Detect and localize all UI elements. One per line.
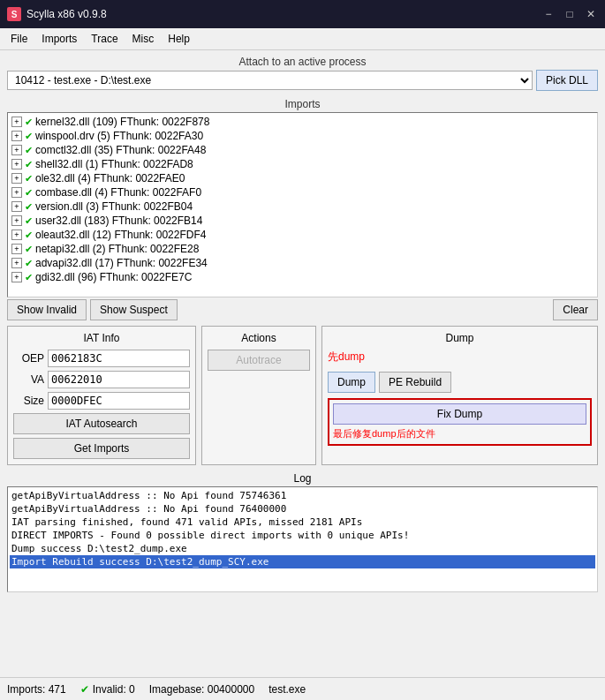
log-line: DIRECT IMPORTS - Found 0 possible direct… [10,529,595,542]
fix-dump-button[interactable]: Fix Dump [333,403,586,425]
expand-icon[interactable]: + [11,201,22,212]
expand-icon[interactable]: + [11,215,22,226]
expand-icon[interactable]: + [11,131,22,141]
expand-icon[interactable]: + [11,187,22,198]
oep-row: OEP [13,350,190,367]
size-input[interactable] [48,392,190,410]
iat-title: IAT Info [13,332,190,344]
window-controls: − □ ✕ [541,7,598,21]
expand-icon[interactable]: + [11,159,22,169]
imports-section: Imports +✔kernel32.dll (109) FThunk: 002… [7,98,598,320]
check-icon: ✔ [25,272,33,283]
iat-autosearch-button[interactable]: IAT Autosearch [13,413,190,434]
status-imports-text: Imports: 471 [7,683,66,696]
dump-panel: Dump 先dump Dump PE Rebuild Fix Dump 最后修复… [321,326,598,465]
expand-icon[interactable]: + [11,272,22,282]
log-line: getApiByVirtualAddress :: No Api found 7… [10,502,595,516]
status-filename: test.exe [268,683,306,696]
menu-imports[interactable]: Imports [34,30,84,48]
expand-icon[interactable]: + [11,117,22,127]
process-select[interactable]: 10412 - test.exe - D:\test.exe [7,71,533,90]
status-filename-text: test.exe [268,683,306,696]
get-imports-button[interactable]: Get Imports [13,438,190,459]
log-line: getApiByVirtualAddress :: No Api found 7… [10,489,595,502]
va-input[interactable] [48,371,190,388]
check-icon: ✔ [25,117,33,128]
clear-button[interactable]: Clear [553,299,598,320]
maximize-button[interactable]: □ [563,7,577,21]
check-icon: ✔ [25,131,33,142]
menu-help[interactable]: Help [161,30,197,48]
autotrace-button[interactable]: Autotrace [208,350,310,371]
minimize-button[interactable]: − [541,7,556,21]
status-check-icon: ✔ [80,683,89,696]
status-invalid: ✔ Invalid: 0 [80,683,135,696]
imports-label: Imports [7,98,598,110]
oep-label: OEP [13,352,44,365]
expand-icon[interactable]: + [11,244,22,254]
iat-panel: IAT Info OEP VA Size IAT Autosearch Get … [7,326,196,465]
main-content: Attach to an active process 10412 - test… [0,50,605,598]
log-box[interactable]: getApiByVirtualAddress :: No Api found 7… [7,486,598,592]
list-item: +✔combase.dll (4) FThunk: 0022FAF0 [10,185,595,199]
check-icon: ✔ [25,187,33,199]
list-item: +✔netapi32.dll (2) FThunk: 0022FE28 [10,242,595,256]
check-icon: ✔ [25,230,33,241]
menu-trace[interactable]: Trace [84,30,125,48]
va-label: VA [13,373,44,386]
panels-row: IAT Info OEP VA Size IAT Autosearch Get … [7,326,598,465]
size-label: Size [13,395,44,407]
pe-rebuild-button[interactable]: PE Rebuild [379,372,451,393]
list-item: +✔shell32.dll (1) FThunk: 0022FAD8 [10,157,595,171]
actions-panel: Actions Autotrace [201,326,316,465]
list-item: +✔gdi32.dll (96) FThunk: 0022FE7C [10,270,595,284]
expand-icon[interactable]: + [11,145,22,155]
dump-title: Dump [328,332,592,344]
expand-icon[interactable]: + [11,173,22,184]
va-row: VA [13,371,190,388]
check-icon: ✔ [25,201,33,213]
fix-note: 最后修复dump后的文件 [333,427,586,440]
dump-button[interactable]: Dump [328,372,375,393]
check-icon: ✔ [25,173,33,184]
log-line: Dump success D:\test2_dump.exe [10,542,595,555]
status-bar: Imports: 471 ✔ Invalid: 0 Imagebase: 004… [0,677,605,700]
app-title: Scylla x86 v0.9.8 [26,8,541,20]
pick-dll-button[interactable]: Pick DLL [536,70,598,91]
log-line: Import Rebuild success D:\test2_dump_SCY… [10,555,595,568]
filter-buttons: Show Invalid Show Suspect [7,299,178,320]
status-invalid-text: Invalid: 0 [93,683,135,696]
close-button[interactable]: ✕ [584,7,598,21]
dump-note1: 先dump [328,350,365,365]
imports-list[interactable]: +✔kernel32.dll (109) FThunk: 0022F878+✔w… [7,112,598,297]
show-suspect-button[interactable]: Show Suspect [90,299,178,320]
expand-icon[interactable]: + [11,258,22,268]
check-icon: ✔ [25,215,33,227]
dump-buttons-row: Dump PE Rebuild [328,372,592,393]
imports-actions-row: Show Invalid Show Suspect Clear [7,299,598,320]
app-icon: S [7,7,21,21]
fix-dump-section: Fix Dump 最后修复dump后的文件 [328,398,592,446]
check-icon: ✔ [25,258,33,269]
expand-icon[interactable]: + [11,230,22,240]
check-icon: ✔ [25,145,33,156]
attach-label: Attach to an active process [7,56,598,68]
status-imagebase: Imagebase: 00400000 [149,683,254,696]
menu-misc[interactable]: Misc [125,30,162,48]
list-item: +✔comctl32.dll (35) FThunk: 0022FA48 [10,143,595,157]
iat-buttons: IAT Autosearch Get Imports [13,413,190,459]
list-item: +✔oleaut32.dll (12) FThunk: 0022FDF4 [10,228,595,242]
log-title: Log [7,472,598,485]
status-imagebase-text: Imagebase: 00400000 [149,683,254,696]
menu-file[interactable]: File [4,30,34,48]
check-icon: ✔ [25,159,33,170]
size-row: Size [13,392,190,410]
attach-section: Attach to an active process 10412 - test… [7,56,598,94]
list-item: +✔version.dll (3) FThunk: 0022FB04 [10,199,595,214]
list-item: +✔ole32.dll (4) FThunk: 0022FAE0 [10,171,595,185]
oep-input[interactable] [48,350,190,367]
status-imports: Imports: 471 [7,683,66,696]
process-row: 10412 - test.exe - D:\test.exe Pick DLL [7,70,598,91]
list-item: +✔advapi32.dll (17) FThunk: 0022FE34 [10,256,595,270]
show-invalid-button[interactable]: Show Invalid [7,299,87,320]
